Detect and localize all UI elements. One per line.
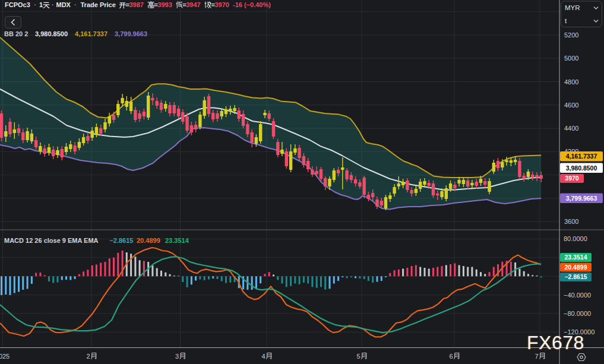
svg-text:5200: 5200: [564, 31, 578, 39]
svg-text:1: 1: [39, 1, 43, 8]
svg-text:−40.0000: −40.0000: [564, 292, 591, 299]
svg-text:5: 5: [357, 353, 360, 360]
svg-text:3,980.8500: 3,980.8500: [35, 30, 68, 37]
svg-text:5000: 5000: [564, 55, 578, 62]
svg-text:2025: 2025: [0, 353, 10, 360]
svg-text:·: ·: [52, 1, 54, 8]
svg-text:4600: 4600: [564, 102, 578, 109]
svg-text:FCPOc3: FCPOc3: [5, 1, 30, 8]
svg-text:2: 2: [87, 353, 90, 360]
svg-text:MACD 12 26 close 9 EMA EMA: MACD 12 26 close 9 EMA EMA: [4, 237, 99, 244]
svg-text:6: 6: [450, 353, 453, 360]
svg-text:3947: 3947: [186, 1, 200, 8]
svg-text:4: 4: [262, 353, 265, 360]
svg-text:3: 3: [175, 353, 179, 360]
svg-text:−80.0000: −80.0000: [564, 310, 591, 317]
svg-text:·: ·: [74, 1, 77, 8]
svg-text:-16 (−0.40%): -16 (−0.40%): [233, 1, 271, 8]
svg-text:3,799.9663: 3,799.9663: [115, 30, 147, 37]
svg-text:3987: 3987: [129, 1, 143, 8]
svg-text:3970: 3970: [565, 175, 579, 182]
svg-text:Trade Price: Trade Price: [81, 1, 116, 8]
svg-text:4,161.7337: 4,161.7337: [75, 30, 107, 37]
svg-text:MDX: MDX: [56, 1, 71, 8]
svg-text:BB 20 2: BB 20 2: [4, 30, 28, 37]
svg-text:3,980.8500: 3,980.8500: [566, 164, 597, 172]
svg-text:3600: 3600: [564, 218, 578, 225]
svg-text:−2.8615: −2.8615: [564, 273, 587, 280]
svg-text:7: 7: [535, 353, 539, 360]
svg-text:20.4899: 20.4899: [137, 237, 160, 244]
svg-text:−2.8615: −2.8615: [109, 237, 133, 244]
svg-text:·: ·: [34, 1, 37, 8]
svg-text:23.3514: 23.3514: [565, 254, 587, 261]
svg-text:4,161.7337: 4,161.7337: [566, 153, 597, 160]
svg-text:3970: 3970: [214, 1, 229, 8]
svg-text:4400: 4400: [564, 125, 578, 132]
svg-text:23.3514: 23.3514: [165, 237, 189, 244]
svg-text:3,799.9663: 3,799.9663: [566, 195, 597, 202]
svg-text:20.4899: 20.4899: [565, 264, 587, 271]
svg-text:3993: 3993: [157, 1, 172, 8]
svg-text:MYR: MYR: [565, 4, 580, 11]
svg-text:4800: 4800: [564, 78, 578, 86]
svg-text:80.0000: 80.0000: [564, 235, 587, 242]
